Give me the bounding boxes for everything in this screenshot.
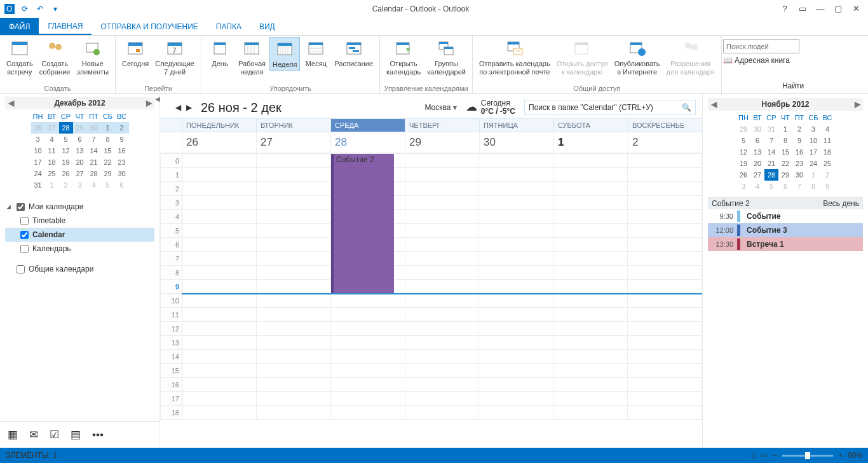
calendar-day[interactable]: 29 xyxy=(778,169,792,181)
time-slot[interactable] xyxy=(182,392,257,406)
time-slot[interactable] xyxy=(405,224,479,238)
day-header[interactable]: СРЕДА xyxy=(330,119,405,132)
time-slot[interactable] xyxy=(628,238,702,252)
calendar-day[interactable]: 23 xyxy=(792,158,806,169)
time-slot[interactable] xyxy=(479,224,553,238)
time-slot[interactable] xyxy=(628,154,702,168)
time-slot[interactable] xyxy=(553,182,628,196)
time-slot[interactable] xyxy=(479,210,553,224)
agenda-allday[interactable]: Событие 2Весь день xyxy=(708,198,863,209)
time-slot[interactable] xyxy=(553,392,628,406)
time-slot[interactable] xyxy=(553,406,628,420)
email-calendar-button[interactable]: Отправить календарьпо электронной почте xyxy=(477,37,553,77)
send-receive-icon[interactable]: ⟳ xyxy=(18,2,32,16)
time-slot[interactable] xyxy=(628,294,702,308)
time-slot[interactable] xyxy=(479,266,553,280)
prev-month-icon[interactable]: ◀ xyxy=(6,99,15,107)
calendar-day[interactable]: 5 xyxy=(764,181,778,192)
mail-nav-icon[interactable]: ▦ xyxy=(8,428,18,441)
calendar-day[interactable]: 2 xyxy=(59,179,73,191)
view-normal-icon[interactable]: ▯ xyxy=(751,451,756,460)
time-slot[interactable] xyxy=(330,336,405,350)
time-slot[interactable] xyxy=(553,294,628,308)
time-slot[interactable] xyxy=(182,182,257,196)
calendar-day[interactable]: 14 xyxy=(87,145,101,156)
time-slot[interactable] xyxy=(479,378,553,392)
calendar-day[interactable]: 26 xyxy=(31,122,45,134)
time-slot[interactable] xyxy=(553,266,628,280)
calendar-day[interactable]: 30 xyxy=(87,122,101,134)
time-slot[interactable] xyxy=(628,168,702,182)
time-slot[interactable] xyxy=(182,280,257,294)
calendar-day[interactable]: 16 xyxy=(115,145,129,156)
calendar-day[interactable]: 24 xyxy=(31,168,45,179)
time-slot[interactable] xyxy=(256,378,330,392)
time-slot[interactable] xyxy=(553,280,628,294)
calendar-day[interactable]: 13 xyxy=(73,145,87,156)
time-slot[interactable] xyxy=(182,210,257,224)
calendar-day[interactable]: 29 xyxy=(736,123,750,135)
calendar-day[interactable]: 7 xyxy=(764,135,778,146)
calendar-day[interactable]: 5 xyxy=(59,134,73,145)
time-slot[interactable] xyxy=(256,364,330,378)
calendar-day[interactable]: 9 xyxy=(115,134,129,145)
time-slot[interactable] xyxy=(553,350,628,364)
collapse-left-icon[interactable]: ◀ xyxy=(155,95,160,102)
tab-home[interactable]: ГЛАВНАЯ xyxy=(39,18,92,35)
calendar-day[interactable]: 16 xyxy=(792,146,806,158)
time-slot[interactable] xyxy=(553,308,628,322)
time-slot[interactable] xyxy=(405,238,479,252)
calendar-day[interactable]: 6 xyxy=(73,134,87,145)
calendar-day[interactable]: 15 xyxy=(101,145,115,156)
time-slot[interactable] xyxy=(256,154,330,168)
time-slot[interactable] xyxy=(182,196,257,210)
time-slot[interactable] xyxy=(405,322,479,336)
calendar-day[interactable]: 15 xyxy=(778,146,792,158)
calendar-day[interactable]: 6 xyxy=(750,135,764,146)
time-slot[interactable] xyxy=(405,308,479,322)
calendar-day[interactable]: 3 xyxy=(806,123,820,135)
help-icon[interactable]: ? xyxy=(779,4,790,13)
time-slot[interactable] xyxy=(182,378,257,392)
time-slot[interactable] xyxy=(628,350,702,364)
time-slot[interactable] xyxy=(479,308,553,322)
zoom-out-icon[interactable]: − xyxy=(773,451,777,460)
calendar-day[interactable]: 4 xyxy=(820,123,834,135)
time-slot[interactable] xyxy=(553,168,628,182)
time-slot[interactable] xyxy=(628,182,702,196)
mini-calendar-right[interactable]: ◀Ноябрь 2012▶ ПНВТСРЧТПТСБВС293031123456… xyxy=(708,98,863,197)
calendar-event[interactable]: Событие 2 xyxy=(331,154,394,293)
agenda-item[interactable]: 9:30Событие xyxy=(708,209,863,223)
time-slot[interactable] xyxy=(182,364,257,378)
time-slot[interactable] xyxy=(628,322,702,336)
prev-week-icon[interactable]: ◀ xyxy=(175,103,181,112)
calendar-day[interactable]: 14 xyxy=(764,146,778,158)
search-people-input[interactable] xyxy=(723,39,799,53)
calendar-day[interactable]: 7 xyxy=(87,134,101,145)
calendar-day[interactable]: 2 xyxy=(115,122,129,134)
tasks-nav-icon[interactable]: ▤ xyxy=(71,428,81,441)
calendar-day[interactable]: 31 xyxy=(31,179,45,191)
calendar-day[interactable]: 28 xyxy=(764,169,778,181)
calendar-day[interactable]: 4 xyxy=(45,134,59,145)
time-slot[interactable] xyxy=(628,224,702,238)
calendar-day[interactable]: 5 xyxy=(736,135,750,146)
work-week-button[interactable]: Рабочаянеделя xyxy=(236,37,268,77)
time-slot[interactable] xyxy=(330,350,405,364)
my-calendars-checkbox[interactable] xyxy=(17,203,25,211)
time-slot[interactable] xyxy=(553,224,628,238)
time-slot[interactable] xyxy=(405,252,479,266)
calendar-day[interactable]: 9 xyxy=(792,135,806,146)
calendar-day[interactable]: 30 xyxy=(750,123,764,135)
calendar-day[interactable]: 8 xyxy=(101,134,115,145)
time-slot[interactable] xyxy=(256,392,330,406)
day-header[interactable]: ВОСКРЕСЕНЬЕ xyxy=(628,119,702,132)
time-slot[interactable] xyxy=(330,364,405,378)
calendar-day[interactable]: 18 xyxy=(45,156,59,168)
calendar-tree-item[interactable]: Календарь xyxy=(5,242,154,256)
calendar-day[interactable]: 30 xyxy=(792,169,806,181)
calendar-day[interactable]: 17 xyxy=(806,146,820,158)
zoom-slider[interactable] xyxy=(782,455,833,457)
calendar-day[interactable]: 10 xyxy=(31,145,45,156)
time-slot[interactable] xyxy=(182,308,257,322)
